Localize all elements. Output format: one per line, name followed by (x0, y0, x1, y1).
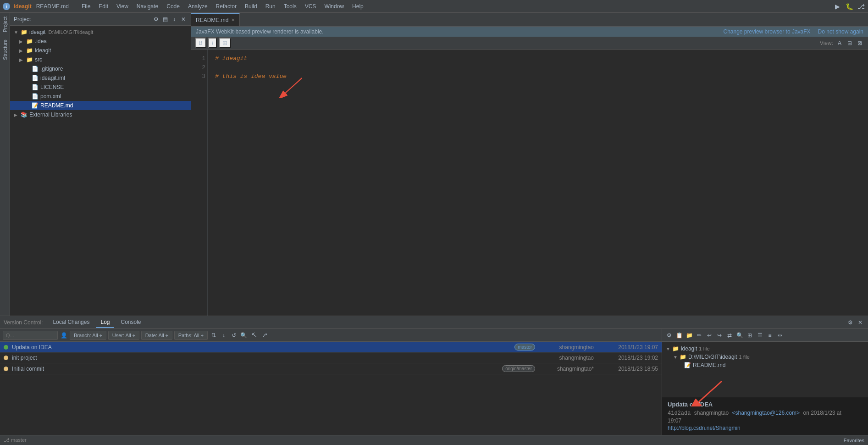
vc-right-icon4[interactable]: ✏ (695, 331, 703, 339)
tab-log[interactable]: Log (96, 317, 114, 328)
menu-analyze[interactable]: Analyze (184, 2, 211, 11)
menu-edit[interactable]: Edit (95, 2, 112, 11)
menubar-items: File Edit View Navigate Code Analyze Ref… (78, 2, 367, 11)
commit-date-2: 2018/1/23 18:55 (594, 366, 658, 372)
root-arrow: ▼ (14, 30, 19, 35)
code-line-2 (215, 63, 861, 72)
vc-sort-icon[interactable]: ⇅ (210, 331, 218, 339)
status-git-branch[interactable]: ⎇ master (4, 437, 27, 443)
panel-settings-icon[interactable]: ⚙ (152, 16, 160, 23)
tree-item-pom[interactable]: ▶ 📄 pom.xml (10, 92, 191, 101)
menu-help[interactable]: Help (348, 2, 367, 11)
tab-console[interactable]: Console (116, 317, 145, 328)
vc-right-icon9[interactable]: ⊞ (746, 331, 754, 339)
vc-down-icon[interactable]: ↓ (220, 331, 228, 339)
menu-code[interactable]: Code (163, 2, 183, 11)
view-icon-split[interactable]: ⊟ (845, 39, 854, 48)
vc-right-icon12[interactable]: ⇔ (776, 331, 784, 339)
side-tab-project[interactable]: Project (0, 13, 10, 36)
paths-filter[interactable]: Paths: All ÷ (174, 331, 208, 340)
tree-item-extlibs[interactable]: ▶ 📚 External Libraries (10, 110, 191, 119)
vc-toolbar: 👤 Branch: All ÷ User: All ÷ Date: All ÷ … (0, 329, 662, 342)
vc-file-readme[interactable]: 📝 README.md (673, 361, 864, 369)
vc-right-icon6[interactable]: ↪ (715, 331, 724, 339)
vc-right-icon8[interactable]: 🔍 (735, 331, 744, 339)
branch-filter[interactable]: Branch: All ÷ (70, 331, 106, 340)
vc-path-count: 1 file (739, 354, 750, 360)
vc-pick-icon[interactable]: ⛏ (250, 331, 258, 339)
tree-item-src[interactable]: ▶ 📁 src (10, 55, 191, 64)
vc-path-header[interactable]: ▼ 📁 D:\MILO\GIT\ideagit 1 file (673, 353, 864, 361)
line-num-3: 3 (193, 72, 205, 81)
tree-item-license[interactable]: ▶ 📄 LICENSE (10, 83, 191, 92)
menu-tools[interactable]: Tools (280, 2, 300, 11)
editor-tab-readme[interactable]: README.md ✕ (191, 13, 240, 26)
vc-right-icon7[interactable]: ⇄ (725, 331, 734, 339)
banner-change-preview-link[interactable]: Change preview browser to JavaFX (724, 28, 811, 35)
path-expand-arrow: ▼ (673, 355, 678, 360)
src-arrow: ▶ (19, 57, 25, 62)
project-panel-header: Project ⚙ ▤ ↓ ✕ (10, 13, 191, 26)
iml-icon: 📄 (31, 74, 39, 82)
vc-right-icon11[interactable]: ≡ (766, 331, 774, 339)
menu-refactor[interactable]: Refactor (212, 2, 240, 11)
menu-window[interactable]: Window (321, 2, 348, 11)
commit-dot-2 (4, 367, 8, 371)
view-icon-preview[interactable]: ⊠ (855, 39, 864, 48)
tree-item-gitignore[interactable]: ▶ 📄 .gitignore (10, 64, 191, 73)
panel-collapse-icon[interactable]: ↓ (171, 16, 178, 23)
tab-local-changes[interactable]: Local Changes (48, 317, 94, 328)
vc-right-icon2[interactable]: 📋 (675, 331, 683, 339)
menu-view[interactable]: View (113, 2, 132, 11)
vc-refresh-icon[interactable]: ↺ (230, 331, 238, 339)
vc-right-icon1[interactable]: ⚙ (665, 331, 673, 339)
menu-vcs[interactable]: VCS (301, 2, 320, 11)
menu-run[interactable]: Run (262, 2, 279, 11)
md-bold-btn[interactable]: B (195, 38, 206, 48)
tree-item-idea[interactable]: ▶ 📁 .idea (10, 37, 191, 46)
panel-expand-icon[interactable]: ▤ (161, 16, 169, 23)
root-path: D:\MILO\GIT\ideagit (48, 29, 93, 35)
bottom-settings-icon[interactable]: ⚙ (846, 318, 854, 327)
commit-row-1[interactable]: init project shangmingtao 2018/1/23 19:0… (0, 353, 662, 363)
code-content[interactable]: # ideagit # this is idea value (208, 50, 868, 316)
commit-row-2[interactable]: Initial commit origin/master shangmingta… (0, 363, 662, 374)
vc-right-icon10[interactable]: ☰ (756, 331, 764, 339)
pom-label: pom.xml (40, 93, 61, 100)
md-table-btn[interactable]: ⊞ (219, 38, 231, 48)
toolbar-run-btn[interactable]: ▶ (832, 1, 842, 11)
tree-item-readme[interactable]: ▶ 📝 README.md (10, 101, 191, 110)
iml-label: ideagit.iml (40, 75, 65, 81)
md-italic-btn[interactable]: I (208, 38, 217, 48)
vc-folder-header-ideagit[interactable]: ▼ 📁 ideagit 1 file (666, 345, 864, 353)
banner-dont-show-link[interactable]: Do not show again (818, 28, 863, 35)
toolbar-debug-btn[interactable]: 🐛 (844, 1, 854, 11)
tree-item-ideagit[interactable]: ▶ 📁 ideagit (10, 46, 191, 55)
vc-right-icon3[interactable]: 📁 (685, 331, 693, 339)
vc-branch-icon[interactable]: ⎇ (260, 331, 268, 339)
user-filter[interactable]: User: All ÷ (108, 331, 139, 340)
vc-readme-name: README.md (693, 362, 725, 368)
tree-item-iml[interactable]: ▶ 📄 ideagit.iml (10, 73, 191, 83)
vc-search-input[interactable] (3, 331, 58, 340)
menu-navigate[interactable]: Navigate (133, 2, 162, 11)
bottom-close-icon[interactable]: ✕ (856, 318, 864, 327)
gitignore-label: .gitignore (40, 66, 63, 72)
panel-close-icon[interactable]: ✕ (180, 16, 187, 23)
side-tab-structure[interactable]: Structure (0, 36, 10, 64)
vc-right-icon5[interactable]: ↩ (705, 331, 713, 339)
date-filter[interactable]: Date: All ÷ (141, 331, 172, 340)
menu-file[interactable]: File (78, 2, 94, 11)
favorites-label[interactable]: Favorites (844, 438, 864, 443)
vc-filter-icon[interactable]: 🔍 (240, 331, 248, 339)
menu-build[interactable]: Build (241, 2, 261, 11)
detail-commit-info: 41d2ada shangmingtao <shangmingtao@126.c… (668, 410, 862, 417)
vc-icon-user[interactable]: 👤 (60, 331, 68, 339)
toolbar-vcs-btn[interactable]: ⎇ (856, 1, 866, 11)
tree-item-root[interactable]: ▼ 📁 ideagit D:\MILO\GIT\ideagit (10, 28, 191, 37)
view-icon-a[interactable]: A (835, 39, 844, 48)
view-label: View: (820, 40, 833, 46)
commit-row-0[interactable]: Updata on IDEA master shangmingtao 2018/… (0, 342, 662, 353)
tab-close-btn[interactable]: ✕ (231, 17, 235, 22)
vc-subfolder-group: ▼ 📁 D:\MILO\GIT\ideagit 1 file 📝 README.… (666, 353, 864, 369)
